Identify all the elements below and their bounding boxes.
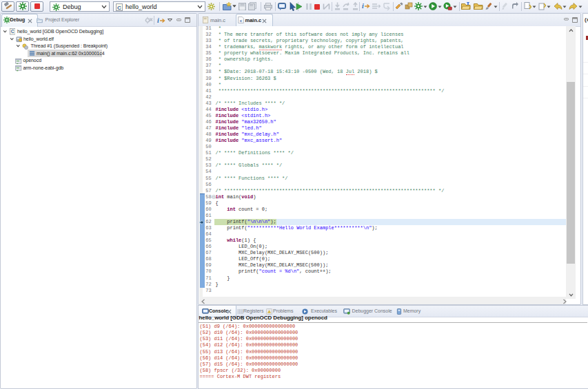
svg-text:C: C xyxy=(10,30,14,34)
svg-text:c: c xyxy=(240,18,243,23)
svg-text:C: C xyxy=(117,5,121,11)
svg-text:i: i xyxy=(157,17,159,24)
svg-text:i: i xyxy=(362,2,364,10)
